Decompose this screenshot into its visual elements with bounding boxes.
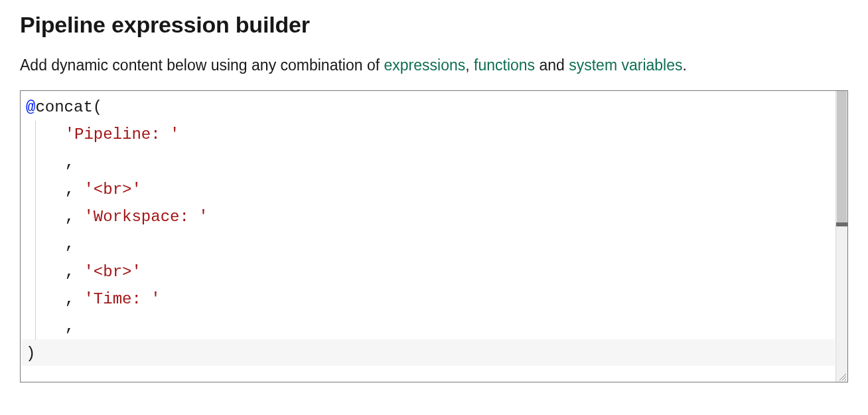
editor-viewport[interactable]: @concat( 'Pipeline: ' , , '<br>' , 'Work…	[21, 91, 835, 382]
token-comma: ,	[65, 317, 74, 335]
code-content[interactable]: @concat( 'Pipeline: ' , , '<br>' , 'Work…	[21, 91, 835, 371]
link-system-variables[interactable]: system variables	[569, 56, 682, 74]
token-comma: ,	[65, 235, 74, 253]
token-comma: ,	[65, 153, 74, 171]
intro-middle: and	[535, 56, 569, 74]
link-expressions[interactable]: expressions	[384, 56, 466, 74]
intro-comma1: ,	[465, 56, 474, 74]
link-functions[interactable]: functions	[474, 56, 535, 74]
token-comma: ,	[65, 263, 74, 281]
token-fn-concat: concat	[35, 98, 92, 116]
token-comma: ,	[65, 208, 74, 226]
scrollbar-vertical[interactable]	[835, 91, 847, 382]
page-title: Pipeline expression builder	[20, 12, 848, 38]
expression-editor[interactable]: @concat( 'Pipeline: ' , , '<br>' , 'Work…	[20, 90, 848, 382]
token-comma: ,	[65, 290, 74, 308]
intro-prefix: Add dynamic content below using any comb…	[20, 56, 384, 74]
token-str-workspace: 'Workspace: '	[84, 208, 208, 226]
token-str-pipeline: 'Pipeline: '	[65, 125, 180, 143]
scrollbar-thumb[interactable]	[837, 91, 847, 224]
intro-text: Add dynamic content below using any comb…	[20, 55, 848, 76]
scrollbar-mark	[836, 222, 847, 226]
intro-suffix: .	[683, 56, 687, 74]
token-comma: ,	[65, 181, 74, 199]
token-open-paren: (	[93, 98, 102, 116]
token-str-time: 'Time: '	[84, 290, 160, 308]
token-close-paren: )	[26, 345, 35, 363]
token-at: @	[26, 98, 35, 116]
token-str-br: '<br>'	[84, 263, 141, 281]
token-str-br: '<br>'	[84, 181, 141, 199]
